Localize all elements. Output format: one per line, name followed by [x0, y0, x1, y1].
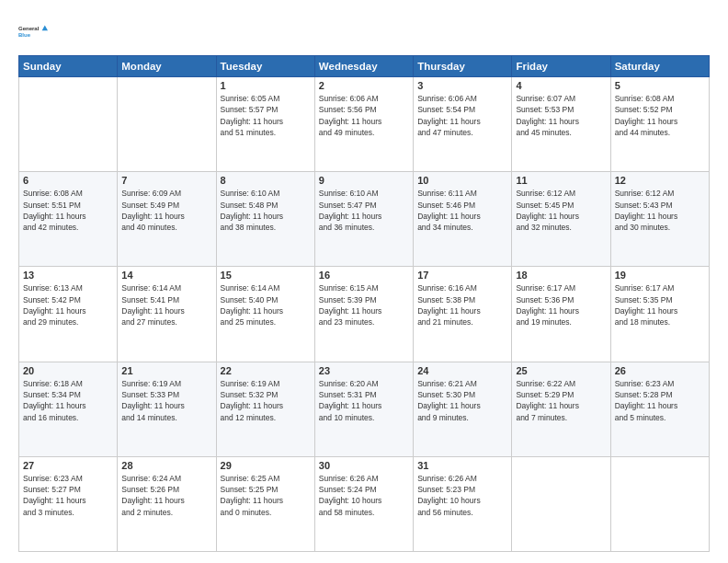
calendar-cell: 31Sunrise: 6:26 AMSunset: 5:23 PMDayligh… [414, 456, 512, 551]
calendar-week-row: 6Sunrise: 6:08 AMSunset: 5:51 PMDaylight… [19, 172, 710, 267]
calendar-cell: 9Sunrise: 6:10 AMSunset: 5:47 PMDaylight… [314, 172, 413, 267]
calendar-cell: 6Sunrise: 6:08 AMSunset: 5:51 PMDaylight… [19, 172, 118, 267]
calendar-cell: 17Sunrise: 6:16 AMSunset: 5:38 PMDayligh… [414, 267, 512, 362]
calendar-cell: 11Sunrise: 6:12 AMSunset: 5:45 PMDayligh… [512, 172, 610, 267]
day-info: Sunrise: 6:11 AMSunset: 5:46 PMDaylight:… [417, 188, 507, 233]
weekday-header: Tuesday [216, 56, 314, 77]
day-number: 28 [121, 460, 211, 471]
calendar-week-row: 20Sunrise: 6:18 AMSunset: 5:34 PMDayligh… [19, 362, 710, 456]
day-number: 16 [319, 270, 409, 281]
day-info: Sunrise: 6:23 AMSunset: 5:28 PMDaylight:… [615, 378, 705, 423]
day-info: Sunrise: 6:05 AMSunset: 5:57 PMDaylight:… [221, 93, 311, 138]
calendar-cell: 25Sunrise: 6:22 AMSunset: 5:29 PMDayligh… [512, 362, 610, 456]
day-number: 2 [319, 80, 409, 91]
calendar-cell [19, 77, 118, 172]
day-number: 26 [615, 365, 705, 376]
day-number: 31 [417, 460, 507, 471]
calendar-cell: 14Sunrise: 6:14 AMSunset: 5:41 PMDayligh… [118, 267, 216, 362]
calendar-cell: 19Sunrise: 6:17 AMSunset: 5:35 PMDayligh… [610, 267, 709, 362]
day-info: Sunrise: 6:23 AMSunset: 5:27 PMDaylight:… [23, 473, 113, 518]
day-number: 3 [417, 80, 507, 91]
day-number: 1 [221, 80, 311, 91]
day-number: 8 [221, 175, 311, 186]
day-number: 19 [615, 270, 705, 281]
day-info: Sunrise: 6:15 AMSunset: 5:39 PMDaylight:… [319, 282, 409, 327]
calendar-table: SundayMondayTuesdayWednesdayThursdayFrid… [18, 55, 710, 552]
calendar-cell: 13Sunrise: 6:13 AMSunset: 5:42 PMDayligh… [19, 267, 118, 362]
day-info: Sunrise: 6:21 AMSunset: 5:30 PMDaylight:… [417, 378, 507, 423]
day-info: Sunrise: 6:17 AMSunset: 5:36 PMDaylight:… [516, 282, 606, 327]
day-info: Sunrise: 6:18 AMSunset: 5:34 PMDaylight:… [23, 378, 113, 423]
day-number: 14 [121, 270, 211, 281]
header: General Blue [18, 17, 710, 46]
calendar-cell: 8Sunrise: 6:10 AMSunset: 5:48 PMDaylight… [216, 172, 314, 267]
day-info: Sunrise: 6:08 AMSunset: 5:51 PMDaylight:… [23, 188, 113, 233]
page: General Blue SundayMondayTuesdayWednesda… [0, 0, 728, 563]
day-number: 22 [221, 365, 311, 376]
weekday-header: Sunday [19, 56, 118, 77]
day-info: Sunrise: 6:26 AMSunset: 5:24 PMDaylight:… [319, 473, 409, 518]
day-number: 20 [23, 365, 113, 376]
calendar-cell: 24Sunrise: 6:21 AMSunset: 5:30 PMDayligh… [414, 362, 512, 456]
svg-text:Blue: Blue [18, 32, 31, 38]
day-info: Sunrise: 6:19 AMSunset: 5:32 PMDaylight:… [221, 378, 311, 423]
day-info: Sunrise: 6:22 AMSunset: 5:29 PMDaylight:… [516, 378, 606, 423]
day-number: 30 [319, 460, 409, 471]
calendar-cell [118, 77, 216, 172]
weekday-header: Wednesday [314, 56, 413, 77]
day-info: Sunrise: 6:10 AMSunset: 5:47 PMDaylight:… [319, 188, 409, 233]
calendar-cell: 5Sunrise: 6:08 AMSunset: 5:52 PMDaylight… [610, 77, 709, 172]
logo-icon: General Blue [18, 17, 48, 46]
day-number: 29 [221, 460, 311, 471]
day-info: Sunrise: 6:10 AMSunset: 5:48 PMDaylight:… [221, 188, 311, 233]
svg-marker-2 [42, 26, 48, 31]
day-number: 13 [23, 270, 113, 281]
day-number: 25 [516, 365, 606, 376]
day-number: 7 [121, 175, 211, 186]
calendar-cell: 10Sunrise: 6:11 AMSunset: 5:46 PMDayligh… [414, 172, 512, 267]
day-info: Sunrise: 6:20 AMSunset: 5:31 PMDaylight:… [319, 378, 409, 423]
calendar-cell: 21Sunrise: 6:19 AMSunset: 5:33 PMDayligh… [118, 362, 216, 456]
day-info: Sunrise: 6:14 AMSunset: 5:41 PMDaylight:… [121, 282, 211, 327]
day-number: 21 [121, 365, 211, 376]
day-number: 24 [417, 365, 507, 376]
weekday-header: Monday [118, 56, 216, 77]
calendar-cell: 27Sunrise: 6:23 AMSunset: 5:27 PMDayligh… [19, 456, 118, 551]
calendar-cell: 4Sunrise: 6:07 AMSunset: 5:53 PMDaylight… [512, 77, 610, 172]
calendar-cell: 30Sunrise: 6:26 AMSunset: 5:24 PMDayligh… [314, 456, 413, 551]
day-info: Sunrise: 6:06 AMSunset: 5:54 PMDaylight:… [417, 93, 507, 138]
calendar-cell: 16Sunrise: 6:15 AMSunset: 5:39 PMDayligh… [314, 267, 413, 362]
day-number: 9 [319, 175, 409, 186]
day-info: Sunrise: 6:17 AMSunset: 5:35 PMDaylight:… [615, 282, 705, 327]
weekday-header: Saturday [610, 56, 709, 77]
day-info: Sunrise: 6:09 AMSunset: 5:49 PMDaylight:… [121, 188, 211, 233]
calendar-cell: 7Sunrise: 6:09 AMSunset: 5:49 PMDaylight… [118, 172, 216, 267]
day-number: 15 [221, 270, 311, 281]
calendar-cell: 23Sunrise: 6:20 AMSunset: 5:31 PMDayligh… [314, 362, 413, 456]
calendar-cell: 28Sunrise: 6:24 AMSunset: 5:26 PMDayligh… [118, 456, 216, 551]
calendar-week-row: 1Sunrise: 6:05 AMSunset: 5:57 PMDaylight… [19, 77, 710, 172]
weekday-header: Friday [512, 56, 610, 77]
day-info: Sunrise: 6:12 AMSunset: 5:43 PMDaylight:… [615, 188, 705, 233]
calendar-cell: 22Sunrise: 6:19 AMSunset: 5:32 PMDayligh… [216, 362, 314, 456]
calendar-week-row: 13Sunrise: 6:13 AMSunset: 5:42 PMDayligh… [19, 267, 710, 362]
day-info: Sunrise: 6:26 AMSunset: 5:23 PMDaylight:… [417, 473, 507, 518]
day-number: 27 [23, 460, 113, 471]
day-number: 12 [615, 175, 705, 186]
day-info: Sunrise: 6:07 AMSunset: 5:53 PMDaylight:… [516, 93, 606, 138]
day-number: 5 [615, 80, 705, 91]
calendar-cell: 12Sunrise: 6:12 AMSunset: 5:43 PMDayligh… [610, 172, 709, 267]
day-info: Sunrise: 6:16 AMSunset: 5:38 PMDaylight:… [417, 282, 507, 327]
day-number: 4 [516, 80, 606, 91]
svg-text:General: General [18, 26, 40, 31]
calendar-cell: 1Sunrise: 6:05 AMSunset: 5:57 PMDaylight… [216, 77, 314, 172]
day-info: Sunrise: 6:24 AMSunset: 5:26 PMDaylight:… [121, 473, 211, 518]
calendar-cell: 18Sunrise: 6:17 AMSunset: 5:36 PMDayligh… [512, 267, 610, 362]
calendar-week-row: 27Sunrise: 6:23 AMSunset: 5:27 PMDayligh… [19, 456, 710, 551]
day-info: Sunrise: 6:25 AMSunset: 5:25 PMDaylight:… [221, 473, 311, 518]
calendar-cell: 29Sunrise: 6:25 AMSunset: 5:25 PMDayligh… [216, 456, 314, 551]
logo: General Blue [18, 17, 48, 46]
day-info: Sunrise: 6:13 AMSunset: 5:42 PMDaylight:… [23, 282, 113, 327]
day-number: 6 [23, 175, 113, 186]
weekday-header: Thursday [414, 56, 512, 77]
